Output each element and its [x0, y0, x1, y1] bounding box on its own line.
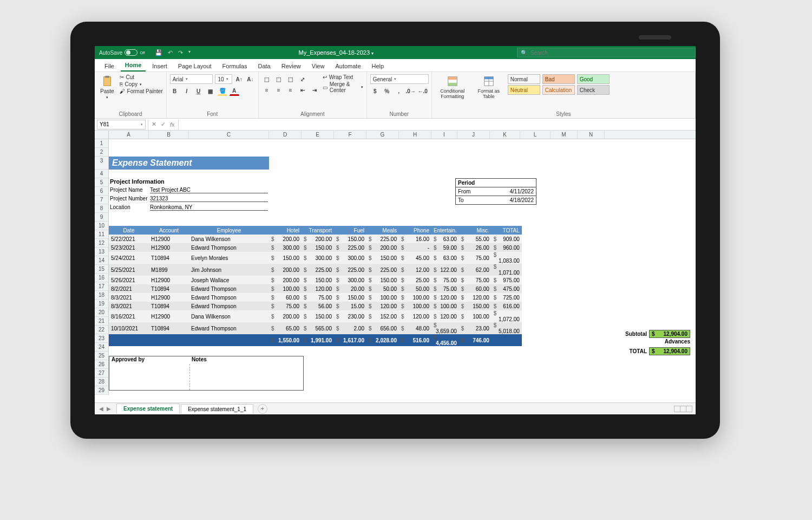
- row-header-7[interactable]: 7: [95, 196, 108, 204]
- redo-icon[interactable]: ↷: [178, 49, 183, 56]
- table-row[interactable]: 8/3/2021H12900Edward Thompson60.0075.001…: [109, 293, 522, 302]
- sheet-prev-icon[interactable]: ◀: [99, 406, 103, 412]
- tab-insert[interactable]: Insert: [148, 61, 172, 72]
- table-row[interactable]: 10/10/2021T10894Edward Thompson65.00565.…: [109, 322, 522, 334]
- row-header-25[interactable]: 25: [95, 352, 108, 360]
- row-header-10[interactable]: 10: [95, 222, 108, 230]
- row-header-22[interactable]: 22: [95, 326, 108, 334]
- fx-icon[interactable]: fx: [170, 121, 175, 128]
- style-calculation[interactable]: Calculation: [542, 85, 575, 95]
- col-header-D[interactable]: D: [269, 131, 302, 139]
- select-all-corner[interactable]: [95, 131, 109, 139]
- font-name-select[interactable]: Arial▾: [170, 74, 213, 84]
- sheet-tab-active[interactable]: Expense statement: [116, 404, 180, 414]
- copy-button[interactable]: ⎘Copy▾: [120, 81, 163, 87]
- row-header-18[interactable]: 18: [95, 291, 108, 300]
- worksheet-grid[interactable]: ABCDEFGHIJKLMN 1234567891011121314151617…: [95, 131, 696, 402]
- row-header-11[interactable]: 11: [95, 230, 108, 239]
- row-headers[interactable]: 1234567891011121314151617181920212223242…: [95, 139, 109, 395]
- scroll-indicator[interactable]: [674, 406, 692, 412]
- row-header-23[interactable]: 23: [95, 334, 108, 343]
- style-neutral[interactable]: Neutral: [508, 85, 540, 95]
- col-header-K[interactable]: K: [490, 131, 520, 139]
- table-row[interactable]: 5/24/2021T10894Evelyn Morales150.00300.0…: [109, 252, 522, 264]
- decrease-decimal-icon[interactable]: ←.0: [418, 86, 428, 96]
- col-header-N[interactable]: N: [578, 131, 605, 139]
- percent-format-icon[interactable]: %: [382, 86, 392, 96]
- accounting-format-icon[interactable]: $: [370, 86, 380, 96]
- wrap-text-button[interactable]: ↩Wrap Text: [323, 74, 363, 80]
- tab-view[interactable]: View: [307, 61, 329, 72]
- col-header-H[interactable]: H: [399, 131, 431, 139]
- tab-automate[interactable]: Automate: [331, 61, 365, 72]
- col-header-E[interactable]: E: [302, 131, 334, 139]
- enter-icon[interactable]: ✓: [161, 121, 166, 128]
- tab-file[interactable]: File: [100, 61, 119, 72]
- col-header-I[interactable]: I: [431, 131, 457, 139]
- col-header-A[interactable]: A: [109, 131, 149, 139]
- table-row[interactable]: 8/2/2021T10894Edward Thompson100.00120.0…: [109, 284, 522, 293]
- row-header-20[interactable]: 20: [95, 308, 108, 317]
- row-header-19[interactable]: 19: [95, 300, 108, 308]
- row-header-16[interactable]: 16: [95, 274, 108, 282]
- col-header-M[interactable]: M: [551, 131, 578, 139]
- comma-format-icon[interactable]: ,: [394, 86, 404, 96]
- row-header-14[interactable]: 14: [95, 256, 108, 265]
- font-color-button[interactable]: A: [230, 86, 239, 96]
- row-header-9[interactable]: 9: [95, 213, 108, 222]
- col-header-G[interactable]: G: [366, 131, 399, 139]
- decrease-indent-icon[interactable]: ⇤: [298, 85, 307, 95]
- table-row[interactable]: 5/23/2021H12900Edward Thompson300.00150.…: [109, 243, 522, 252]
- row-header-28[interactable]: 28: [95, 378, 108, 386]
- tab-help[interactable]: Help: [368, 61, 389, 72]
- autosave-toggle[interactable]: AutoSave Off: [95, 49, 149, 56]
- add-sheet-button[interactable]: +: [258, 404, 267, 414]
- underline-button[interactable]: U: [194, 86, 204, 96]
- align-top-icon[interactable]: ⬚: [262, 74, 272, 84]
- row-header-21[interactable]: 21: [95, 317, 108, 326]
- decrease-font-icon[interactable]: A↓: [246, 74, 255, 84]
- format-as-table-button[interactable]: Format as Table: [473, 74, 505, 100]
- col-header-J[interactable]: J: [457, 131, 490, 139]
- row-header-6[interactable]: 6: [95, 187, 108, 196]
- formula-bar[interactable]: [179, 121, 696, 127]
- column-headers[interactable]: ABCDEFGHIJKLMN: [109, 131, 696, 139]
- increase-font-icon[interactable]: A↑: [234, 74, 244, 84]
- format-painter-button[interactable]: 🖌Format Painter: [120, 88, 163, 94]
- row-header-29[interactable]: 29: [95, 386, 108, 395]
- row-header-2[interactable]: 2: [95, 148, 108, 157]
- table-row[interactable]: 5/26/2021H12900Joseph Wallace200.00150.0…: [109, 276, 522, 284]
- italic-button[interactable]: I: [182, 86, 192, 96]
- row-header-3[interactable]: 3: [95, 157, 108, 170]
- search-input[interactable]: [531, 50, 692, 56]
- col-header-F[interactable]: F: [334, 131, 366, 139]
- align-bottom-icon[interactable]: ⬚: [286, 74, 296, 84]
- search-box[interactable]: 🔍: [517, 48, 696, 57]
- conditional-formatting-button[interactable]: Conditional Formatting: [435, 74, 470, 100]
- row-header-13[interactable]: 13: [95, 248, 108, 256]
- col-header-B[interactable]: B: [149, 131, 189, 139]
- orientation-icon[interactable]: ⤢: [298, 74, 307, 84]
- cells-area[interactable]: Expense Statement Project Information Pe…: [109, 139, 696, 402]
- align-center-icon[interactable]: ≡: [274, 85, 284, 95]
- border-button[interactable]: ▦: [206, 86, 215, 96]
- sheet-tab-other[interactable]: Expense statement_1_1: [181, 404, 253, 414]
- increase-decimal-icon[interactable]: .0→: [406, 86, 416, 96]
- style-good[interactable]: Good: [577, 74, 610, 84]
- row-header-1[interactable]: 1: [95, 139, 108, 148]
- tab-review[interactable]: Review: [277, 61, 305, 72]
- style-normal[interactable]: Normal: [508, 74, 540, 84]
- row-header-8[interactable]: 8: [95, 204, 108, 213]
- row-header-17[interactable]: 17: [95, 282, 108, 291]
- table-row[interactable]: 5/25/2021M1899Jim Johnson200.00225.00225…: [109, 264, 522, 276]
- font-size-select[interactable]: 10▾: [215, 74, 232, 84]
- save-icon[interactable]: 💾: [155, 49, 162, 56]
- row-header-12[interactable]: 12: [95, 239, 108, 248]
- col-header-C[interactable]: C: [189, 131, 269, 139]
- align-middle-icon[interactable]: ⬚: [274, 74, 284, 84]
- name-box[interactable]: Y81▾: [97, 120, 146, 129]
- document-title[interactable]: My_Expenses_04-18-2023 ▾: [299, 49, 374, 56]
- increase-indent-icon[interactable]: ⇥: [310, 85, 319, 95]
- merge-center-button[interactable]: ▭Merge & Center▾: [323, 81, 363, 93]
- row-header-26[interactable]: 26: [95, 360, 108, 369]
